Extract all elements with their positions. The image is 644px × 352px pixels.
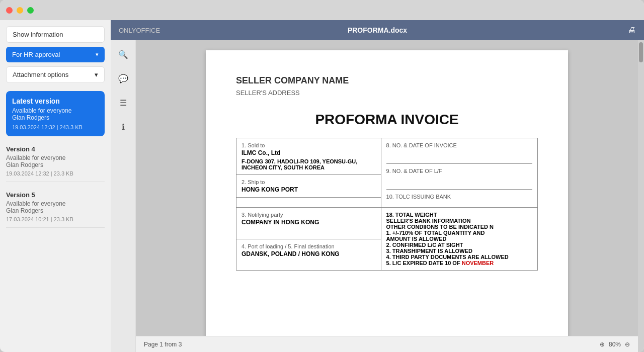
- zoom-level: 80%: [609, 341, 621, 348]
- table-row: 3. Notifying party COMPANY IN HONG KONG …: [236, 208, 538, 239]
- cell-sold-to: 1. Sold to ILMC Co., Ltd F-DONG 307, HAD…: [236, 138, 381, 175]
- seller-address: SELLER'S ADDRESS: [236, 89, 538, 97]
- version5-title: Version 5: [6, 191, 105, 199]
- attachment-chevron-icon: ▾: [95, 71, 98, 78]
- cell18-amount: AMOUNT IS ALLOWED: [386, 236, 532, 242]
- document-scroll[interactable]: SELLER COMPANY NAME SELLER'S ADDRESS PRO…: [136, 40, 638, 336]
- invoice-table: 1. Sold to ILMC Co., Ltd F-DONG 307, HAD…: [236, 138, 538, 271]
- cell1-address: F-DONG 307, HADOLI-RO 109, YEONSU-GU, IN…: [242, 158, 376, 170]
- version5-meta: 17.03.2024 10:21 | 23.3 KB: [6, 216, 105, 222]
- cell-empty: [236, 198, 381, 208]
- tool-icon-sidebar: 🔍 💬 ☰ ℹ: [111, 40, 136, 352]
- zoom-in-icon[interactable]: ⊕: [600, 341, 605, 348]
- cell18-bank: SELLER'S BANK INFORMATION: [386, 218, 532, 224]
- maximize-button[interactable]: [27, 7, 34, 14]
- version4-author: Glan Rodgers: [6, 161, 105, 168]
- attachment-options-button[interactable]: Attachment options ▾: [6, 66, 105, 83]
- cell18-expired-highlight: NOVEMBER: [462, 260, 494, 266]
- version4-card[interactable]: Version 4 Available for everyone Glan Ro…: [6, 140, 105, 182]
- cell-port: 4. Port of loading / 5. Final destinatio…: [236, 239, 381, 271]
- info-icon: ℹ: [122, 122, 125, 132]
- cell3-value: COMPANY IN HONG KONG: [242, 219, 376, 226]
- table-row: 1. Sold to ILMC Co., Ltd F-DONG 307, HAD…: [236, 138, 538, 175]
- cell9-label: 9. NO. & DATE OF L/F: [386, 168, 532, 174]
- version4-subtitle: Available for everyone: [6, 154, 105, 161]
- print-icon[interactable]: 🖨: [628, 26, 636, 35]
- cell4-label: 4. Port of loading / 5. Final destinatio…: [242, 243, 376, 249]
- search-icon-button[interactable]: 🔍: [115, 46, 131, 62]
- version5-card[interactable]: Version 5 Available for everyone Glan Ro…: [6, 186, 105, 228]
- content-right: ONLYOFFICE PROFORMA.docx 🖨 🔍 💬 ☰: [111, 20, 644, 352]
- left-sidebar: Show information For HR approval ▾ Attac…: [0, 20, 111, 352]
- cell10-label: 10. TOLC ISSUING BANK: [386, 194, 532, 200]
- cell1-label: 1. Sold to: [242, 142, 376, 148]
- seller-name: SELLER COMPANY NAME: [236, 75, 538, 86]
- search-icon: 🔍: [118, 50, 128, 59]
- comment-icon: 💬: [118, 74, 128, 83]
- hr-approval-label: For HR approval: [12, 51, 60, 58]
- version5-author: Glan Rodgers: [6, 207, 105, 214]
- header-bar: ONLYOFFICE PROFORMA.docx 🖨: [111, 20, 644, 40]
- titlebar: [0, 0, 644, 20]
- cell4-value: GDANSK, POLAND / HONG KONG: [242, 250, 376, 257]
- cell18-qty: 1. +/-710% OF TOTAL QUANTITY AND: [386, 230, 532, 236]
- cell-conditions: 18. TOTAL WEIGHT SELLER'S BANK INFORMATI…: [381, 208, 537, 271]
- app-window: Show information For HR approval ▾ Attac…: [0, 0, 644, 352]
- document-footer: Page 1 from 3 ⊕ 80% ⊖: [136, 336, 638, 352]
- cell18-expired-pre: 5. L/C EXPIRED DATE 10 OF: [386, 260, 462, 266]
- cell2-label: 2. Ship to: [242, 179, 376, 185]
- cell-ship-to: 2. Ship to HONG KONG PORT: [236, 175, 381, 198]
- latest-version-author: Glan Rodgers: [12, 114, 99, 121]
- cell3-label: 3. Notifying party: [242, 212, 376, 218]
- latest-version-card[interactable]: Latest version Available for everyone Gl…: [6, 91, 105, 136]
- cell2-value: HONG KONG PORT: [242, 186, 376, 193]
- latest-version-subtitle: Available for everyone: [12, 107, 99, 114]
- cell18-label: 18. TOTAL WEIGHT: [386, 212, 532, 218]
- cell18-lc: 2. CONFIRMED L/C AT SIGHT: [386, 242, 532, 248]
- invoice-title: PROFORMA INVOICE: [236, 112, 538, 128]
- version4-meta: 19.03.2024 12:32 | 23.3 KB: [6, 170, 105, 177]
- hr-approval-dropdown[interactable]: For HR approval ▾: [6, 47, 105, 62]
- cell18-docs: 4. THIRD PARTY DOCUMENTS ARE ALLOWED: [386, 254, 532, 260]
- info-icon-button[interactable]: ℹ: [115, 119, 131, 135]
- cell-right-top: 8. NO. & DATE OF INVOICE 9. NO. & DATE O…: [381, 138, 537, 208]
- minimize-button[interactable]: [17, 7, 23, 14]
- chevron-down-icon: ▾: [96, 51, 99, 58]
- app-name-label: ONLYOFFICE: [119, 27, 160, 34]
- latest-version-meta: 19.03.2024 12:32 | 243.3 KB: [12, 124, 99, 130]
- page-info: Page 1 from 3: [144, 341, 182, 348]
- version4-title: Version 4: [6, 145, 105, 153]
- show-information-button[interactable]: Show information: [6, 26, 105, 43]
- scrollbar-thumb[interactable]: [639, 42, 643, 62]
- cell1-value: ILMC Co., Ltd: [242, 149, 376, 156]
- version5-subtitle: Available for everyone: [6, 200, 105, 207]
- cell8-label: 8. NO. & DATE OF INVOICE: [386, 142, 532, 148]
- document-title-header: PROFORMA.docx: [348, 26, 407, 34]
- document-page: SELLER COMPANY NAME SELLER'S ADDRESS PRO…: [206, 50, 568, 336]
- cell-notifying: 3. Notifying party COMPANY IN HONG KONG: [236, 208, 381, 239]
- zoom-controls: ⊕ 80% ⊖: [600, 341, 630, 348]
- list-icon-button[interactable]: ☰: [115, 95, 131, 111]
- cell18-trans: 3. TRANSHIPMENT IS ALLOWED: [386, 248, 532, 254]
- main-area: Show information For HR approval ▾ Attac…: [0, 20, 644, 352]
- comment-icon-button[interactable]: 💬: [115, 70, 131, 86]
- list-icon: ☰: [120, 98, 127, 108]
- right-scrollbar[interactable]: [638, 40, 644, 352]
- attachment-label: Attachment options: [13, 71, 68, 78]
- document-area: SELLER COMPANY NAME SELLER'S ADDRESS PRO…: [136, 40, 638, 352]
- latest-version-title: Latest version: [12, 97, 99, 105]
- close-button[interactable]: [6, 7, 13, 14]
- zoom-out-icon[interactable]: ⊖: [625, 341, 630, 348]
- cell18-other: OTHER CONDIIONS TO BE INDICATED N: [386, 224, 532, 230]
- cell18-expired: 5. L/C EXPIRED DATE 10 OF NOVEMBER: [386, 260, 532, 266]
